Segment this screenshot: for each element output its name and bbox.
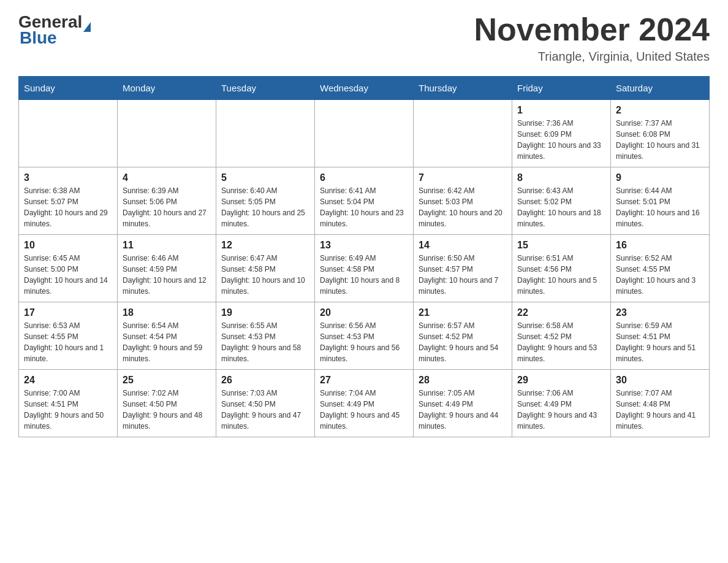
calendar-cell: 9Sunrise: 6:44 AM Sunset: 5:01 PM Daylig… — [611, 167, 710, 235]
day-info: Sunrise: 6:42 AM Sunset: 5:03 PM Dayligh… — [419, 185, 507, 229]
logo-triangle-icon — [83, 22, 91, 32]
calendar-cell: 3Sunrise: 6:38 AM Sunset: 5:07 PM Daylig… — [19, 167, 118, 235]
calendar-cell: 5Sunrise: 6:40 AM Sunset: 5:05 PM Daylig… — [216, 167, 315, 235]
day-number: 3 — [24, 172, 112, 183]
calendar-week-row: 1Sunrise: 7:36 AM Sunset: 6:09 PM Daylig… — [19, 100, 710, 167]
day-number: 13 — [320, 240, 408, 251]
header: General Blue November 2024 Triangle, Vir… — [18, 12, 710, 64]
day-info: Sunrise: 6:50 AM Sunset: 4:57 PM Dayligh… — [419, 253, 507, 297]
calendar-cell: 20Sunrise: 6:56 AM Sunset: 4:53 PM Dayli… — [315, 302, 414, 370]
calendar-cell: 17Sunrise: 6:53 AM Sunset: 4:55 PM Dayli… — [19, 302, 118, 370]
calendar-cell: 29Sunrise: 7:06 AM Sunset: 4:49 PM Dayli… — [512, 370, 611, 437]
calendar-week-row: 24Sunrise: 7:00 AM Sunset: 4:51 PM Dayli… — [19, 370, 710, 437]
day-info: Sunrise: 7:07 AM Sunset: 4:48 PM Dayligh… — [616, 388, 704, 432]
day-info: Sunrise: 6:38 AM Sunset: 5:07 PM Dayligh… — [24, 185, 112, 229]
month-title: November 2024 — [474, 12, 710, 47]
calendar-cell: 10Sunrise: 6:45 AM Sunset: 5:00 PM Dayli… — [19, 235, 118, 302]
calendar-cell: 24Sunrise: 7:00 AM Sunset: 4:51 PM Dayli… — [19, 370, 118, 437]
day-number: 22 — [517, 307, 605, 318]
day-number: 15 — [517, 240, 605, 251]
day-info: Sunrise: 6:40 AM Sunset: 5:05 PM Dayligh… — [221, 185, 309, 229]
calendar-cell: 4Sunrise: 6:39 AM Sunset: 5:06 PM Daylig… — [118, 167, 216, 235]
day-info: Sunrise: 7:04 AM Sunset: 4:49 PM Dayligh… — [320, 388, 408, 432]
day-number: 29 — [517, 375, 605, 386]
calendar-cell: 15Sunrise: 6:51 AM Sunset: 4:56 PM Dayli… — [512, 235, 611, 302]
day-number: 1 — [517, 105, 605, 116]
calendar-cell — [216, 100, 315, 167]
calendar-cell: 2Sunrise: 7:37 AM Sunset: 6:08 PM Daylig… — [611, 100, 710, 167]
calendar-cell: 25Sunrise: 7:02 AM Sunset: 4:50 PM Dayli… — [118, 370, 216, 437]
day-number: 12 — [221, 240, 309, 251]
weekday-header-wednesday: Wednesday — [315, 77, 414, 100]
calendar-cell — [118, 100, 216, 167]
day-info: Sunrise: 7:05 AM Sunset: 4:49 PM Dayligh… — [419, 388, 507, 432]
weekday-header-monday: Monday — [118, 77, 216, 100]
day-info: Sunrise: 6:43 AM Sunset: 5:02 PM Dayligh… — [517, 185, 605, 229]
calendar-cell: 21Sunrise: 6:57 AM Sunset: 4:52 PM Dayli… — [414, 302, 512, 370]
calendar-cell: 11Sunrise: 6:46 AM Sunset: 4:59 PM Dayli… — [118, 235, 216, 302]
day-number: 25 — [123, 375, 211, 386]
calendar-cell: 28Sunrise: 7:05 AM Sunset: 4:49 PM Dayli… — [414, 370, 512, 437]
day-info: Sunrise: 6:46 AM Sunset: 4:59 PM Dayligh… — [123, 253, 211, 297]
day-info: Sunrise: 6:55 AM Sunset: 4:53 PM Dayligh… — [221, 320, 309, 364]
calendar-cell — [414, 100, 512, 167]
logo-blue-text: Blue — [20, 28, 57, 48]
day-number: 23 — [616, 307, 704, 318]
calendar-week-row: 17Sunrise: 6:53 AM Sunset: 4:55 PM Dayli… — [19, 302, 710, 370]
day-info: Sunrise: 6:53 AM Sunset: 4:55 PM Dayligh… — [24, 320, 112, 364]
day-info: Sunrise: 6:58 AM Sunset: 4:52 PM Dayligh… — [517, 320, 605, 364]
day-number: 4 — [123, 172, 211, 183]
calendar-cell: 1Sunrise: 7:36 AM Sunset: 6:09 PM Daylig… — [512, 100, 611, 167]
calendar-cell: 18Sunrise: 6:54 AM Sunset: 4:54 PM Dayli… — [118, 302, 216, 370]
weekday-header-tuesday: Tuesday — [216, 77, 315, 100]
calendar-cell: 8Sunrise: 6:43 AM Sunset: 5:02 PM Daylig… — [512, 167, 611, 235]
calendar-cell: 27Sunrise: 7:04 AM Sunset: 4:49 PM Dayli… — [315, 370, 414, 437]
day-number: 18 — [123, 307, 211, 318]
day-info: Sunrise: 6:41 AM Sunset: 5:04 PM Dayligh… — [320, 185, 408, 229]
calendar-table: SundayMondayTuesdayWednesdayThursdayFrid… — [18, 76, 710, 437]
day-info: Sunrise: 6:45 AM Sunset: 5:00 PM Dayligh… — [24, 253, 112, 297]
calendar-cell: 7Sunrise: 6:42 AM Sunset: 5:03 PM Daylig… — [414, 167, 512, 235]
weekday-header-thursday: Thursday — [414, 77, 512, 100]
day-number: 7 — [419, 172, 507, 183]
day-info: Sunrise: 6:47 AM Sunset: 4:58 PM Dayligh… — [221, 253, 309, 297]
day-info: Sunrise: 6:56 AM Sunset: 4:53 PM Dayligh… — [320, 320, 408, 364]
day-info: Sunrise: 7:06 AM Sunset: 4:49 PM Dayligh… — [517, 388, 605, 432]
day-info: Sunrise: 7:03 AM Sunset: 4:50 PM Dayligh… — [221, 388, 309, 432]
day-number: 9 — [616, 172, 704, 183]
calendar-cell: 23Sunrise: 6:59 AM Sunset: 4:51 PM Dayli… — [611, 302, 710, 370]
day-number: 10 — [24, 240, 112, 251]
day-number: 11 — [123, 240, 211, 251]
day-info: Sunrise: 6:44 AM Sunset: 5:01 PM Dayligh… — [616, 185, 704, 229]
day-info: Sunrise: 6:54 AM Sunset: 4:54 PM Dayligh… — [123, 320, 211, 364]
day-number: 19 — [221, 307, 309, 318]
day-info: Sunrise: 6:51 AM Sunset: 4:56 PM Dayligh… — [517, 253, 605, 297]
day-number: 27 — [320, 375, 408, 386]
day-number: 26 — [221, 375, 309, 386]
day-info: Sunrise: 6:49 AM Sunset: 4:58 PM Dayligh… — [320, 253, 408, 297]
logo-area: General Blue — [18, 12, 91, 48]
day-number: 30 — [616, 375, 704, 386]
calendar-cell: 19Sunrise: 6:55 AM Sunset: 4:53 PM Dayli… — [216, 302, 315, 370]
day-number: 24 — [24, 375, 112, 386]
day-number: 28 — [419, 375, 507, 386]
day-number: 20 — [320, 307, 408, 318]
day-info: Sunrise: 6:52 AM Sunset: 4:55 PM Dayligh… — [616, 253, 704, 297]
calendar-cell: 30Sunrise: 7:07 AM Sunset: 4:48 PM Dayli… — [611, 370, 710, 437]
weekday-header-friday: Friday — [512, 77, 611, 100]
day-number: 6 — [320, 172, 408, 183]
location-title: Triangle, Virginia, United States — [474, 50, 710, 64]
calendar-cell: 16Sunrise: 6:52 AM Sunset: 4:55 PM Dayli… — [611, 235, 710, 302]
calendar-cell: 6Sunrise: 6:41 AM Sunset: 5:04 PM Daylig… — [315, 167, 414, 235]
day-info: Sunrise: 7:36 AM Sunset: 6:09 PM Dayligh… — [517, 118, 605, 162]
day-info: Sunrise: 7:37 AM Sunset: 6:08 PM Dayligh… — [616, 118, 704, 162]
day-info: Sunrise: 6:59 AM Sunset: 4:51 PM Dayligh… — [616, 320, 704, 364]
day-info: Sunrise: 6:57 AM Sunset: 4:52 PM Dayligh… — [419, 320, 507, 364]
day-number: 21 — [419, 307, 507, 318]
day-number: 14 — [419, 240, 507, 251]
calendar-cell: 22Sunrise: 6:58 AM Sunset: 4:52 PM Dayli… — [512, 302, 611, 370]
day-info: Sunrise: 6:39 AM Sunset: 5:06 PM Dayligh… — [123, 185, 211, 229]
day-info: Sunrise: 7:02 AM Sunset: 4:50 PM Dayligh… — [123, 388, 211, 432]
title-area: November 2024 Triangle, Virginia, United… — [474, 12, 710, 64]
day-number: 2 — [616, 105, 704, 116]
